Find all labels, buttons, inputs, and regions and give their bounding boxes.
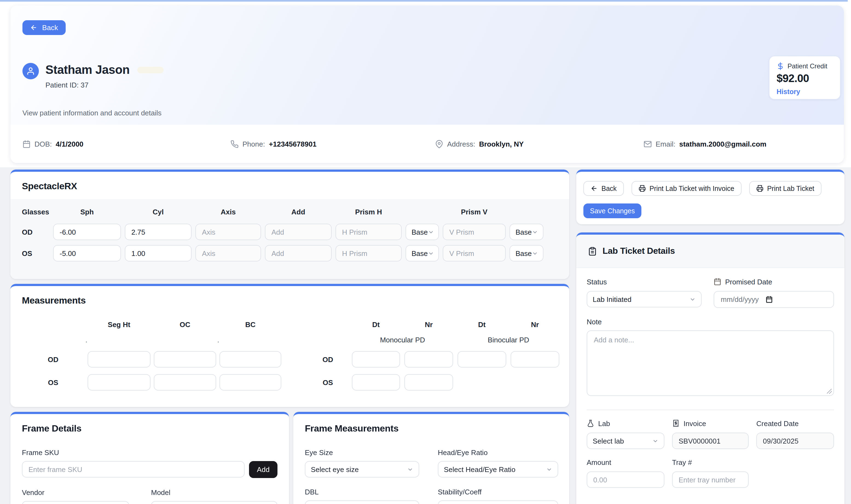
chevron-down-icon — [690, 296, 695, 302]
patient-credit-card: Patient Credit $92.00 History — [769, 56, 840, 100]
patient-credit-label: Patient Credit — [787, 62, 827, 70]
divider — [587, 410, 834, 410]
od-mono-dt-input[interactable] — [352, 351, 400, 367]
bino-nr-header: Nr — [511, 321, 559, 329]
ticket-actions-card: Back Print Lab Ticket with Invoice Print… — [576, 169, 845, 224]
patient-header-subtitle: View patient information and account det… — [22, 109, 161, 117]
flask-icon — [587, 419, 594, 427]
chevron-down-icon — [532, 229, 538, 235]
add-frame-button[interactable]: Add — [249, 461, 278, 478]
os-cyl-input[interactable] — [125, 245, 192, 262]
mono-nr-header: Nr — [404, 321, 453, 329]
stability-coeff-label: Stability/Coeff — [438, 488, 558, 496]
spectaclerx-header-row: Glasses Sph Cyl Axis Add Prism H Prism V — [22, 208, 558, 216]
address-label: Address: — [447, 140, 475, 148]
head-eye-ratio-label: Head/Eye Ratio — [438, 449, 558, 457]
os-mono-dt-input[interactable] — [352, 374, 400, 391]
tray-number-input[interactable] — [672, 471, 749, 488]
user-icon — [26, 67, 35, 75]
credit-history-link[interactable]: History — [777, 88, 833, 96]
dollar-icon — [777, 62, 784, 70]
col-axis: Axis — [195, 208, 261, 216]
back-button[interactable]: Back — [22, 20, 66, 35]
frame-measurements-card: Frame Measurements Eye Size Select eye s… — [293, 412, 569, 504]
phone-label: Phone: — [243, 140, 265, 148]
patient-hero: Back Statham Jason Patient ID: 37 View p… — [11, 5, 844, 125]
spectaclerx-table: Glasses Sph Cyl Axis Add Prism H Prism V… — [11, 199, 569, 279]
stability-coeff-input[interactable] — [438, 501, 558, 504]
calendar-icon — [22, 140, 31, 148]
patient-status-badge — [137, 67, 164, 73]
amount-input[interactable] — [587, 471, 664, 488]
invoice-label: Invoice — [684, 419, 706, 428]
od-cyl-input[interactable] — [125, 224, 192, 240]
dbl-label: DBL — [305, 488, 419, 496]
od-v-prism-input[interactable] — [443, 224, 506, 240]
print-lab-ticket-invoice-button[interactable]: Print Lab Ticket with Invoice — [632, 181, 742, 196]
frame-details-title: Frame Details — [11, 414, 289, 434]
os-oc-input[interactable] — [154, 374, 216, 391]
page: Back Statham Jason Patient ID: 37 View p… — [0, 0, 851, 504]
eye-size-label: Eye Size — [305, 449, 419, 457]
resize-handle[interactable] — [827, 389, 832, 394]
os-mono-nr-input[interactable] — [404, 374, 453, 391]
status-select[interactable]: Lab Initiated — [587, 291, 702, 307]
head-eye-ratio-select[interactable]: Select Head/Eye Ratio — [438, 461, 558, 478]
os-add-input[interactable] — [265, 245, 332, 262]
print-lab-ticket-button[interactable]: Print Lab Ticket — [749, 181, 821, 196]
lab-select[interactable]: Select lab — [587, 433, 664, 449]
measurements-title: Measurements — [11, 286, 569, 306]
lab-ticket-header: Lab Ticket Details — [576, 235, 845, 268]
od-axis-input[interactable] — [195, 224, 261, 240]
model-label: Model — [151, 488, 278, 497]
os-seg-ht-input[interactable] — [88, 374, 150, 391]
bino-dt-header: Dt — [458, 321, 506, 329]
frame-sku-input[interactable] — [22, 461, 245, 478]
vendor-input[interactable] — [22, 501, 129, 504]
od-bino-dt-input[interactable] — [458, 351, 506, 367]
chevron-down-icon — [428, 229, 434, 235]
od-add-input[interactable] — [265, 224, 332, 240]
model-input[interactable] — [151, 501, 278, 504]
email-label: Email: — [656, 140, 675, 148]
chevron-down-icon — [428, 250, 434, 256]
od-h-prism-input[interactable] — [336, 224, 402, 240]
os-base-v-select[interactable]: Base — [510, 245, 544, 262]
promised-date-input[interactable]: mm/dd/yyyy — [714, 291, 834, 308]
os-sph-input[interactable] — [53, 245, 121, 262]
os-axis-input[interactable] — [195, 245, 261, 262]
od-sph-input[interactable] — [53, 224, 121, 240]
od-bino-nr-input[interactable] — [511, 351, 559, 367]
ticket-back-button[interactable]: Back — [583, 181, 624, 196]
os-base-h-select[interactable]: Base — [406, 245, 439, 262]
tray-number-label: Tray # — [672, 458, 749, 467]
od-base-v-select[interactable]: Base — [510, 224, 544, 240]
save-changes-button[interactable]: Save Changes — [583, 203, 641, 218]
patient-credit-amount: $92.00 — [777, 72, 833, 85]
dbl-input[interactable] — [305, 501, 419, 504]
od-mono-nr-input[interactable] — [404, 351, 453, 367]
od-bc-input[interactable] — [219, 351, 281, 367]
rx-row-od: OD Base Base — [22, 224, 558, 240]
os-h-prism-input[interactable] — [336, 245, 402, 262]
os-v-prism-input[interactable] — [443, 245, 506, 262]
eye-size-select[interactable]: Select eye size — [305, 461, 419, 478]
meas-os-label: OS — [22, 378, 84, 386]
printer-icon — [639, 185, 646, 192]
col-prism-h: Prism H — [336, 208, 402, 216]
od-seg-ht-input[interactable] — [88, 351, 150, 367]
od-oc-input[interactable] — [154, 351, 216, 367]
binocular-pd-label: Binocular PD — [458, 336, 559, 345]
back-button-label: Back — [42, 23, 58, 32]
chevron-down-icon — [546, 466, 552, 472]
measurements-card: Measurements Seg Ht OC BC . . OD — [11, 284, 569, 407]
dob-value: 4/1/2000 — [56, 140, 84, 148]
arrow-left-icon — [30, 24, 37, 31]
frame-sku-label: Frame SKU — [22, 449, 278, 457]
os-bc-input[interactable] — [219, 374, 281, 391]
od-base-h-select[interactable]: Base — [406, 224, 439, 240]
note-textarea[interactable] — [587, 330, 834, 396]
info-address: Address: Brooklyn, NY — [435, 140, 643, 148]
receipt-icon — [672, 419, 680, 427]
calendar-picker-icon[interactable] — [766, 296, 773, 303]
